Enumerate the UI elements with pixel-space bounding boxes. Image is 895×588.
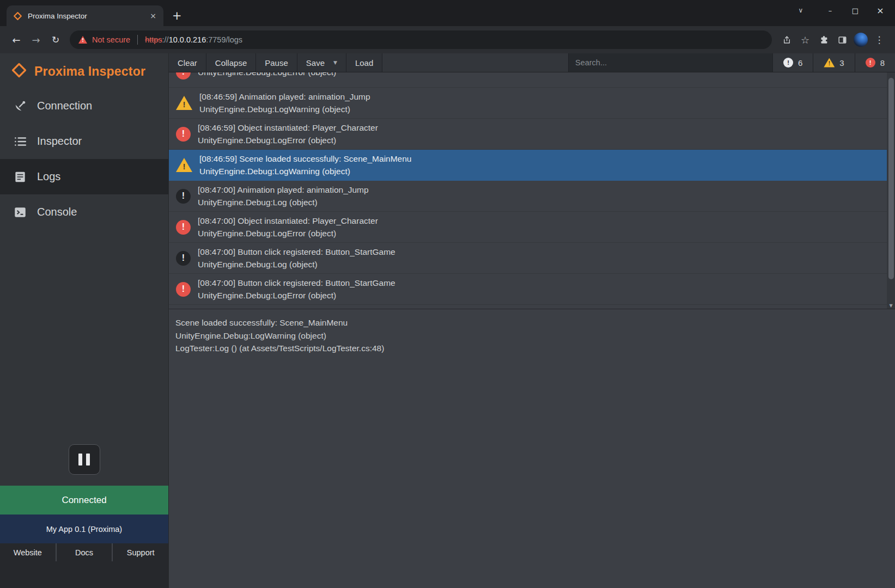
sidebar-item-label: Inspector — [37, 135, 82, 148]
log-list: !UnityEngine.Debug:LogError (object)![08… — [169, 72, 895, 309]
maximize-button[interactable]: □ — [843, 7, 868, 15]
app-title: Proxima Inspector — [34, 64, 145, 79]
address-input[interactable]: ! Not secure https://10.0.0.216:7759/log… — [70, 30, 772, 49]
warning-icon: ! — [824, 58, 835, 68]
error-icon: ! — [176, 282, 191, 297]
share-icon[interactable] — [778, 35, 795, 45]
sidebar-nav: ConnectionInspectorLogsConsole — [0, 88, 168, 230]
sidebar-item-label: Connection — [37, 100, 92, 112]
search-input[interactable] — [568, 53, 772, 72]
detail-line: UnityEngine.Debug:LogWarning (object) — [175, 329, 886, 342]
proxima-logo-icon — [11, 62, 27, 81]
footer-link-website[interactable]: Website — [0, 543, 57, 561]
sidebar-item-inspector[interactable]: Inspector — [0, 124, 168, 159]
forward-icon[interactable]: → — [27, 31, 45, 48]
close-button[interactable]: × — [868, 5, 893, 16]
tab-close-icon[interactable]: × — [148, 11, 158, 20]
log-trace: UnityEngine.Debug:LogError (object) — [198, 134, 378, 146]
browser-menu-icon[interactable]: ⋮ — [871, 34, 887, 45]
pause-button[interactable]: Pause — [256, 53, 297, 72]
minimize-button[interactable]: – — [818, 7, 843, 15]
error-count-badge[interactable]: ! 8 — [855, 53, 895, 72]
scrollbar[interactable]: ▼ — [887, 72, 895, 309]
info-count-badge[interactable]: ! 6 — [772, 53, 813, 72]
info-icon: ! — [783, 58, 793, 68]
sidebar-spacer — [0, 230, 168, 444]
new-tab-button[interactable]: + — [172, 10, 182, 22]
log-message: [08:46:59] Animation played: animation_J… — [199, 90, 370, 103]
not-secure-icon: ! — [78, 36, 87, 44]
tab-title: Proxima Inspector — [28, 12, 143, 20]
security-label[interactable]: Not secure — [92, 35, 130, 44]
error-icon: ! — [176, 127, 191, 142]
side-panel-icon[interactable] — [834, 35, 850, 45]
sidebar: Proxima Inspector ConnectionInspectorLog… — [0, 53, 169, 588]
detail-line: LogTester:Log () (at Assets/TestScripts/… — [175, 342, 886, 355]
log-message: [08:47:00] Object instantiated: Player_C… — [198, 215, 378, 227]
proxima-favicon-icon — [13, 11, 22, 21]
window-controls: ∨ – □ × — [788, 0, 893, 21]
bookmark-star-icon[interactable]: ☆ — [797, 34, 813, 46]
scroll-down-icon[interactable]: ▼ — [887, 303, 895, 308]
error-icon: ! — [866, 58, 875, 68]
tab-search-icon[interactable]: ∨ — [788, 7, 813, 14]
log-row[interactable]: ![08:46:59] Scene loaded successfully: S… — [169, 150, 895, 181]
log-row[interactable]: ![08:47:00] Button click registered: But… — [169, 243, 895, 274]
sidebar-item-console[interactable]: Console — [0, 194, 168, 230]
sidebar-footer: WebsiteDocsSupport — [0, 543, 168, 588]
scrollbar-thumb[interactable] — [888, 78, 894, 279]
profile-avatar[interactable] — [853, 33, 869, 47]
log-message: [08:47:00] Button click registered: Butt… — [198, 246, 395, 258]
warning-count: 3 — [839, 58, 844, 68]
log-trace: UnityEngine.Debug:Log (object) — [198, 196, 369, 209]
log-row[interactable]: !UnityEngine.Debug:LogError (object) — [169, 72, 895, 88]
connection-status-badge: Connected — [0, 486, 168, 514]
log-row[interactable]: ![08:46:59] Animation played: animation_… — [169, 88, 895, 119]
omnibox-divider — [137, 35, 138, 45]
log-message: [08:46:59] Object instantiated: Player_C… — [198, 121, 378, 134]
document-icon — [13, 170, 27, 184]
sidebar-item-logs[interactable]: Logs — [0, 159, 168, 194]
extensions-puzzle-icon[interactable] — [815, 35, 832, 45]
log-message: [08:46:59] Scene loaded successfully: Sc… — [199, 152, 411, 165]
collapse-button[interactable]: Collapse — [206, 53, 256, 72]
log-trace: UnityEngine.Debug:LogError (object) — [198, 289, 395, 302]
app-name-label: My App 0.1 (Proxima) — [0, 514, 168, 543]
warning-icon: ! — [176, 158, 192, 172]
error-icon: ! — [176, 220, 191, 235]
log-trace: UnityEngine.Debug:Log (object) — [198, 258, 395, 271]
sidebar-item-label: Logs — [37, 170, 60, 183]
footer-link-docs[interactable]: Docs — [57, 543, 113, 561]
save-button[interactable]: Save ▼ — [297, 53, 346, 72]
browser-tab-strip: Proxima Inspector × + ∨ – □ × — [0, 0, 895, 26]
log-row[interactable]: ![08:46:59] Object instantiated: Player_… — [169, 119, 895, 150]
save-dropdown-icon[interactable]: ▼ — [333, 60, 337, 65]
log-rows: !UnityEngine.Debug:LogError (object)![08… — [169, 72, 895, 305]
footer-link-support[interactable]: Support — [113, 543, 168, 561]
info-icon: ! — [176, 251, 191, 266]
sidebar-item-label: Console — [37, 206, 77, 218]
pause-stream-button[interactable] — [69, 444, 100, 475]
error-count: 8 — [880, 58, 885, 68]
log-message: [08:47:00] Animation played: animation_J… — [198, 183, 369, 196]
log-message: [08:47:00] Button click registered: Butt… — [198, 277, 395, 289]
log-detail-panel: Scene loaded successfully: Scene_MainMen… — [169, 309, 895, 588]
detail-line: Scene loaded successfully: Scene_MainMen… — [175, 316, 886, 329]
browser-window: Proxima Inspector × + ∨ – □ × ← → ↻ ! No… — [0, 0, 895, 588]
log-row[interactable]: ![08:47:00] Animation played: animation_… — [169, 181, 895, 212]
log-row[interactable]: ![08:47:00] Button click registered: But… — [169, 274, 895, 305]
browser-tab[interactable]: Proxima Inspector × — [7, 5, 163, 26]
pause-icon — [78, 454, 82, 465]
reload-icon[interactable]: ↻ — [47, 31, 64, 48]
sidebar-item-connection[interactable]: Connection — [0, 88, 168, 124]
logs-page: Clear Collapse Pause Save ▼ Load ! 6 ! 3 — [169, 53, 895, 588]
page-content: Proxima Inspector ConnectionInspectorLog… — [0, 53, 895, 588]
log-row[interactable]: ![08:47:00] Object instantiated: Player_… — [169, 212, 895, 243]
warning-count-badge[interactable]: ! 3 — [813, 53, 854, 72]
back-icon[interactable]: ← — [8, 31, 25, 48]
load-button[interactable]: Load — [346, 53, 382, 72]
clear-button[interactable]: Clear — [169, 53, 206, 72]
error-icon: ! — [176, 72, 191, 79]
log-trace: UnityEngine.Debug:LogWarning (object) — [199, 165, 411, 177]
toolbar-spacer — [382, 53, 568, 72]
